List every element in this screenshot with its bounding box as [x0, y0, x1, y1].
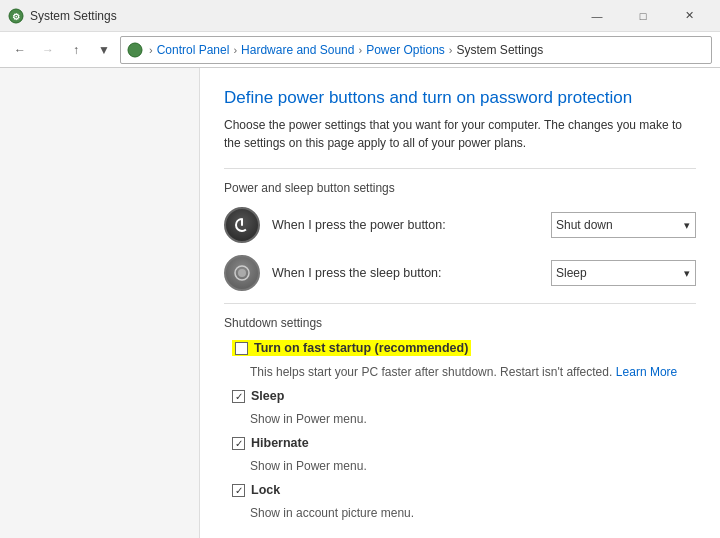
sidebar	[0, 68, 200, 538]
breadcrumb-system-settings: System Settings	[457, 43, 544, 57]
divider-1	[224, 168, 696, 169]
power-button-row: When I press the power button: Shut down…	[224, 207, 696, 243]
sleep-label: Sleep	[251, 389, 284, 403]
page-title: Define power buttons and turn on passwor…	[224, 88, 696, 108]
power-button-dropdown[interactable]: Shut down Sleep Hibernate Turn off the d…	[551, 212, 696, 238]
lock-desc-row: Show in account picture menu.	[250, 505, 696, 520]
up-button[interactable]: ↑	[64, 38, 88, 62]
content-area: Define power buttons and turn on passwor…	[200, 68, 720, 538]
sleep-checkbox[interactable]	[232, 390, 245, 403]
power-button-label: When I press the power button:	[272, 218, 539, 232]
hibernate-description: Show in Power menu.	[250, 459, 367, 473]
breadcrumb-sep-3: ›	[449, 44, 453, 56]
maximize-button[interactable]: □	[620, 0, 666, 32]
sleep-button-row: When I press the sleep button: Sleep Hib…	[224, 255, 696, 291]
lock-checkbox[interactable]	[232, 484, 245, 497]
sleep-checkbox-row: Sleep	[232, 389, 696, 403]
divider-2	[224, 303, 696, 304]
svg-text:⚙: ⚙	[12, 12, 20, 22]
breadcrumb-control-panel[interactable]: Control Panel	[157, 43, 230, 57]
shutdown-section-label: Shutdown settings	[224, 316, 696, 330]
sleep-description: Show in Power menu.	[250, 412, 367, 426]
breadcrumb-power-options[interactable]: Power Options	[366, 43, 445, 57]
page-description: Choose the power settings that you want …	[224, 116, 684, 152]
fast-startup-highlighted: Turn on fast startup (recommended)	[232, 340, 471, 356]
lock-checkbox-row: Lock	[232, 483, 696, 497]
main-container: Define power buttons and turn on passwor…	[0, 68, 720, 538]
hibernate-checkbox[interactable]	[232, 437, 245, 450]
hibernate-checkbox-row: Hibernate	[232, 436, 696, 450]
close-button[interactable]: ✕	[666, 0, 712, 32]
sleep-button-dropdown-wrapper: Sleep Hibernate Shut down Turn off the d…	[551, 260, 696, 286]
sleep-button-label: When I press the sleep button:	[272, 266, 539, 280]
breadcrumb-sep-0: ›	[149, 44, 153, 56]
lock-description: Show in account picture menu.	[250, 506, 414, 520]
fast-startup-description: This helps start your PC faster after sh…	[250, 365, 612, 379]
title-bar-text: System Settings	[30, 9, 117, 23]
title-bar: ⚙ System Settings — □ ✕	[0, 0, 720, 32]
power-sleep-section-label: Power and sleep button settings	[224, 181, 696, 195]
hibernate-label: Hibernate	[251, 436, 309, 450]
power-button-dropdown-wrapper: Shut down Sleep Hibernate Turn off the d…	[551, 212, 696, 238]
power-button-icon	[224, 207, 260, 243]
fast-startup-checkbox[interactable]	[235, 342, 248, 355]
app-icon: ⚙	[8, 8, 24, 24]
back-button[interactable]: ←	[8, 38, 32, 62]
breadcrumb: › Control Panel › Hardware and Sound › P…	[120, 36, 712, 64]
breadcrumb-sep-1: ›	[233, 44, 237, 56]
lock-label: Lock	[251, 483, 280, 497]
sleep-desc-row: Show in Power menu.	[250, 411, 696, 426]
power-symbol-icon	[232, 215, 252, 235]
hibernate-desc-row: Show in Power menu.	[250, 458, 696, 473]
forward-button[interactable]: →	[36, 38, 60, 62]
breadcrumb-icon	[127, 42, 143, 58]
sleep-symbol-icon	[232, 263, 252, 283]
sleep-button-icon	[224, 255, 260, 291]
fast-startup-label: Turn on fast startup (recommended)	[254, 341, 468, 355]
breadcrumb-sep-2: ›	[358, 44, 362, 56]
recent-button[interactable]: ▼	[92, 38, 116, 62]
svg-point-6	[238, 269, 246, 277]
fast-startup-row: Turn on fast startup (recommended)	[232, 340, 696, 356]
minimize-button[interactable]: —	[574, 0, 620, 32]
address-bar: ← → ↑ ▼ › Control Panel › Hardware and S…	[0, 32, 720, 68]
fast-startup-desc-row: This helps start your PC faster after sh…	[250, 364, 696, 379]
breadcrumb-hardware-sound[interactable]: Hardware and Sound	[241, 43, 354, 57]
window-controls: — □ ✕	[574, 0, 712, 32]
fast-startup-learn-more[interactable]: Learn More	[616, 365, 677, 379]
svg-point-2	[128, 43, 142, 57]
sleep-button-dropdown[interactable]: Sleep Hibernate Shut down Turn off the d…	[551, 260, 696, 286]
